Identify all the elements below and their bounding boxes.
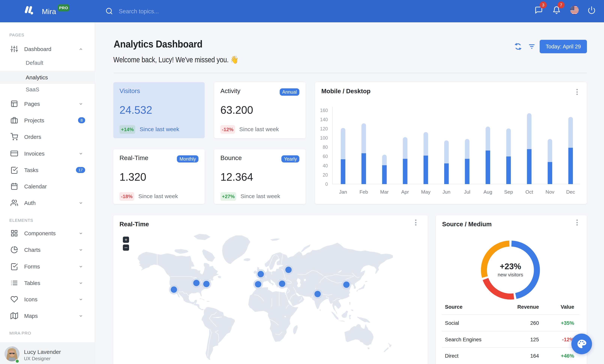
svg-text:160: 160 (320, 108, 328, 113)
svg-text:40: 40 (323, 163, 328, 168)
svg-text:100: 100 (320, 135, 328, 140)
svg-text:new visitors: new visitors (498, 272, 523, 277)
svg-text:120: 120 (320, 126, 328, 131)
svg-text:Jun: Jun (442, 189, 451, 195)
svg-text:60: 60 (323, 154, 328, 159)
svg-text:Sep: Sep (504, 189, 513, 195)
svg-text:Mar: Mar (380, 189, 389, 195)
svg-text:Aug: Aug (484, 189, 492, 195)
svg-text:Nov: Nov (545, 189, 554, 195)
svg-text:Dec: Dec (566, 189, 575, 195)
svg-text:Feb: Feb (359, 189, 368, 195)
svg-text:+23%: +23% (500, 262, 521, 271)
svg-text:Apr: Apr (401, 189, 409, 195)
svg-text:May: May (421, 189, 431, 195)
svg-text:Jan: Jan (339, 189, 347, 195)
svg-text:Oct: Oct (525, 189, 533, 195)
svg-text:0: 0 (325, 181, 328, 187)
svg-text:80: 80 (323, 144, 328, 150)
svg-text:Jul: Jul (464, 189, 470, 195)
svg-text:140: 140 (320, 117, 328, 122)
svg-text:20: 20 (323, 172, 328, 177)
